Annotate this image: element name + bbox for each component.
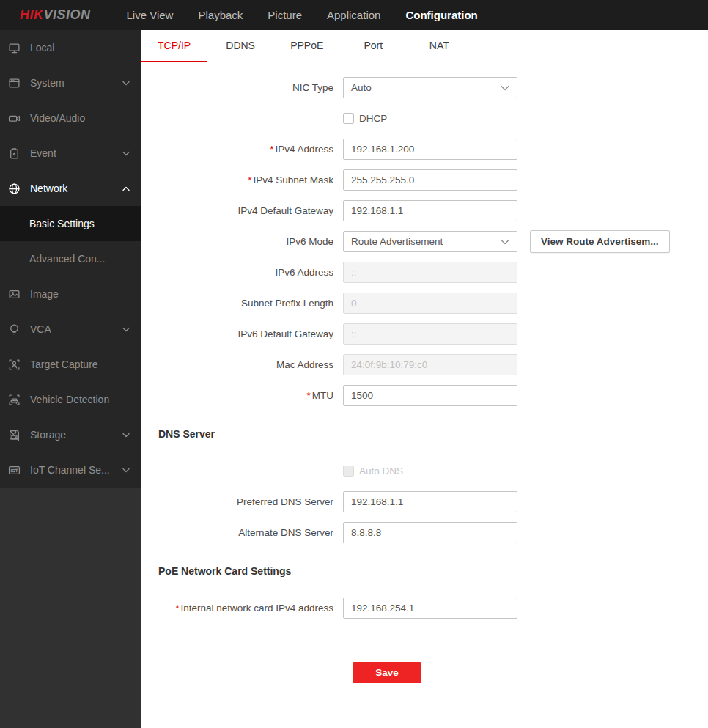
top-nav: Live View Playback Picture Application C… <box>114 0 490 30</box>
chevron-up-icon <box>122 186 130 191</box>
alternate-dns-label: Alternate DNS Server <box>141 527 343 538</box>
ipv4-gateway-label: IPv4 Default Gateway <box>141 205 343 216</box>
nav-application[interactable]: Application <box>314 0 393 30</box>
chevron-down-icon <box>122 468 130 473</box>
logo-vision: VISION <box>44 7 91 22</box>
image-icon <box>8 288 21 301</box>
ipv6-mode-label: IPv6 Mode <box>141 236 343 247</box>
preferred-dns-label: Preferred DNS Server <box>141 496 343 507</box>
ipv4-subnet-label: *IPv4 Subnet Mask <box>141 174 343 185</box>
tab-bar: TCP/IP DDNS PPPoE Port NAT <box>141 30 708 62</box>
mac-address-input <box>343 354 517 375</box>
ipv6-gateway-label: IPv6 Default Gateway <box>141 328 343 339</box>
sidebar-item-local[interactable]: Local <box>0 30 141 65</box>
mtu-input[interactable] <box>343 385 517 406</box>
sidebar-item-advanced-configuration[interactable]: Advanced Con... <box>0 241 141 276</box>
internal-ipv4-label: *Internal network card IPv4 address <box>141 603 343 614</box>
iot-icon: IOT <box>8 464 21 477</box>
poe-settings-heading: PoE Network Card Settings <box>158 565 708 577</box>
nav-live-view[interactable]: Live View <box>114 0 186 30</box>
tab-pppoe[interactable]: PPPoE <box>273 30 340 62</box>
dhcp-label: DHCP <box>359 113 387 124</box>
subnet-prefix-label: Subnet Prefix Length <box>141 298 343 309</box>
clipboard-icon <box>8 147 21 160</box>
floppy-disk-icon <box>8 429 21 441</box>
sidebar-item-network[interactable]: Network <box>0 171 141 206</box>
nic-type-select[interactable]: Auto <box>343 77 517 98</box>
sidebar-item-vca[interactable]: VCA <box>0 312 141 347</box>
sidebar-item-basic-settings[interactable]: Basic Settings <box>0 206 141 241</box>
sidebar-item-iot-channel[interactable]: IOT IoT Channel Se... <box>0 452 141 488</box>
ipv4-gateway-input[interactable] <box>343 200 517 221</box>
chevron-down-icon <box>122 81 130 86</box>
person-capture-icon <box>8 359 21 371</box>
tab-nat[interactable]: NAT <box>406 30 472 62</box>
dns-server-heading: DNS Server <box>158 428 708 440</box>
ipv6-gateway-input <box>343 323 517 345</box>
internal-ipv4-input[interactable] <box>343 598 517 619</box>
tcpip-form: NIC Type Auto DHCP *IPv4 Address *IPv4 S… <box>141 62 708 683</box>
sidebar-menu: Local System Video/Audio Event Network B… <box>0 30 141 488</box>
topbar: HIKVISION Live View Playback Picture App… <box>0 0 708 30</box>
sidebar-item-storage[interactable]: Storage <box>0 417 141 452</box>
mtu-label: *MTU <box>141 390 343 401</box>
nic-type-label: NIC Type <box>141 82 343 93</box>
chevron-down-icon <box>501 239 509 245</box>
mac-address-label: Mac Address <box>141 359 343 370</box>
tab-port[interactable]: Port <box>340 30 406 62</box>
ipv4-address-label: *IPv4 Address <box>141 144 343 155</box>
auto-dns-checkbox <box>343 466 354 477</box>
sidebar-item-video-audio[interactable]: Video/Audio <box>0 100 141 136</box>
view-route-advertisement-button[interactable]: View Route Advertisem... <box>530 230 670 253</box>
monitor-icon <box>8 42 21 54</box>
vehicle-capture-icon <box>8 394 21 406</box>
chevron-down-icon <box>122 151 130 156</box>
ipv6-mode-select[interactable]: Route Advertisement <box>343 231 517 252</box>
subnet-prefix-input <box>343 293 517 314</box>
ipv6-address-label: IPv6 Address <box>141 267 343 278</box>
tab-ddns[interactable]: DDNS <box>207 30 273 62</box>
ipv4-address-input[interactable] <box>343 139 517 160</box>
nav-picture[interactable]: Picture <box>255 0 314 30</box>
auto-dns-label: Auto DNS <box>359 466 403 477</box>
lightbulb-icon <box>8 323 21 336</box>
sidebar: Local System Video/Audio Event Network B… <box>0 30 141 728</box>
sidebar-item-target-capture[interactable]: Target Capture <box>0 347 141 382</box>
chevron-down-icon <box>122 327 130 332</box>
preferred-dns-input[interactable] <box>343 491 517 512</box>
chevron-down-icon <box>122 433 130 438</box>
chevron-down-icon <box>501 85 509 91</box>
logo-hik: HIK <box>20 7 44 22</box>
tab-tcpip[interactable]: TCP/IP <box>141 30 207 62</box>
main-content: TCP/IP DDNS PPPoE Port NAT NIC Type Auto… <box>141 30 708 728</box>
nav-configuration[interactable]: Configuration <box>393 0 490 30</box>
svg-text:IOT: IOT <box>11 468 18 472</box>
sidebar-item-image[interactable]: Image <box>0 276 141 312</box>
ipv4-subnet-input[interactable] <box>343 169 517 191</box>
sidebar-item-vehicle-detection[interactable]: Vehicle Detection <box>0 382 141 417</box>
nav-playback[interactable]: Playback <box>185 0 255 30</box>
sidebar-item-system[interactable]: System <box>0 65 141 100</box>
ipv6-address-input <box>343 262 517 283</box>
dhcp-checkbox[interactable] <box>343 113 354 124</box>
sidebar-item-event[interactable]: Event <box>0 136 141 171</box>
save-button[interactable]: Save <box>353 662 421 683</box>
globe-icon <box>8 183 21 195</box>
hikvision-logo: HIKVISION <box>20 7 91 23</box>
alternate-dns-input[interactable] <box>343 522 517 543</box>
video-camera-icon <box>8 112 21 125</box>
window-icon <box>8 77 21 89</box>
